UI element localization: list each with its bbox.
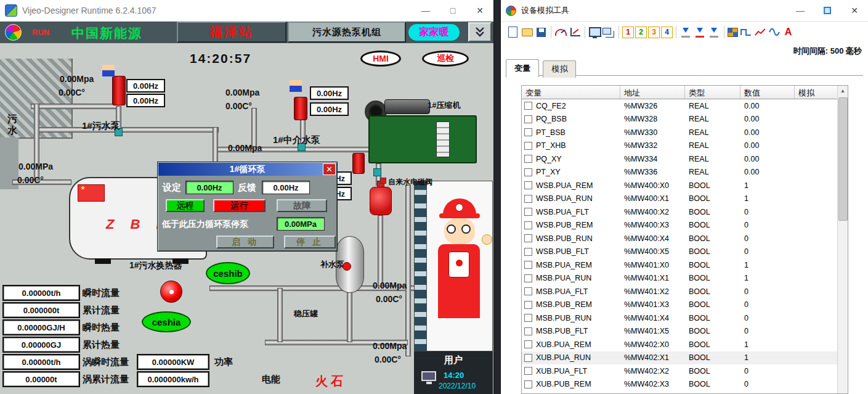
table-row[interactable]: MSB.PUB_RUN %MW401:X4 BOOL 0	[522, 311, 838, 325]
table-row[interactable]: WSB.PUB_RUN %MW400:X4 BOOL 0	[522, 232, 838, 245]
row-checkbox[interactable]	[524, 181, 532, 189]
row-checkbox[interactable]	[524, 115, 532, 123]
unit-button[interactable]: 污水源热泵机组	[288, 22, 406, 43]
download-icon[interactable]	[694, 26, 707, 39]
column-header-sim[interactable]: 模拟	[795, 86, 838, 99]
scrollbar-thumb[interactable]	[838, 97, 848, 221]
table-row[interactable]: PT_XHB %MW332 REAL 0.00	[522, 139, 838, 153]
patrol-button[interactable]: 巡检	[422, 51, 469, 67]
row-checkbox[interactable]	[524, 168, 532, 176]
download-icon[interactable]	[708, 26, 721, 39]
page-3-button[interactable]: 3	[648, 27, 660, 38]
table-row[interactable]: XUB.PUA_FLT %MW402:X2 BOOL 0	[522, 364, 838, 378]
minimize-icon[interactable]: —	[787, 0, 814, 21]
table-row[interactable]: MSB.PUB_FLT %MW401:X5 BOOL 0	[522, 325, 838, 339]
gauge-icon[interactable]	[554, 26, 567, 39]
maximize-icon[interactable]	[814, 0, 841, 21]
expand-menu-button[interactable]	[468, 22, 492, 42]
table-row[interactable]: XUB.PUB_RUN %MW402:X4 BOOL 0	[522, 391, 838, 393]
open-file-icon[interactable]	[521, 26, 533, 39]
table-row[interactable]: WSB.PUA_FLT %MW400:X2 BOOL 0	[522, 205, 838, 219]
table-row[interactable]: MSB.PUA_RUN %MW401:X1 BOOL 1	[522, 272, 838, 285]
step-wave-icon[interactable]	[739, 26, 752, 39]
row-checkbox[interactable]	[524, 128, 532, 136]
close-icon[interactable]: ✕	[466, 0, 493, 21]
table-row[interactable]: MSB.PUA_FLT %MW401:X2 BOOL 0	[522, 285, 838, 298]
row-checkbox[interactable]	[524, 301, 532, 309]
ceshib-tag[interactable]: ceshib	[206, 262, 250, 284]
table-row[interactable]: XUB.PUA_RUN %MW402:X1 BOOL 1	[522, 351, 838, 365]
table-row[interactable]: PT_BSB %MW330 REAL 0.00	[522, 126, 838, 139]
row-checkbox[interactable]	[524, 234, 532, 242]
trend-icon[interactable]	[753, 26, 766, 39]
minimize-icon[interactable]: —	[412, 0, 439, 21]
tab-simulation[interactable]: 模拟	[543, 60, 576, 78]
row-checkbox[interactable]	[524, 274, 532, 282]
tab-variables[interactable]: 变量	[506, 59, 539, 78]
column-header-type[interactable]: 类型	[685, 86, 740, 99]
makeup-pump-graphic[interactable]	[343, 262, 351, 271]
row-checkbox[interactable]	[524, 142, 532, 150]
new-file-icon[interactable]	[506, 26, 519, 39]
compressor-graphic[interactable]	[365, 96, 479, 168]
dialog-title[interactable]: 1#循环泵	[158, 163, 336, 176]
column-header-value[interactable]: 数值	[740, 86, 795, 99]
valve-icon[interactable]	[373, 168, 381, 176]
dialog-close-icon[interactable]: ✕	[323, 163, 336, 175]
table-row[interactable]: WSB.PUB_REM %MW400:X3 BOOL 0	[522, 219, 838, 232]
vertical-scrollbar[interactable]: ▲	[837, 86, 848, 393]
fault-button[interactable]: 故障	[277, 199, 327, 212]
row-checkbox[interactable]	[524, 261, 532, 269]
start-button[interactable]: 启 动	[216, 236, 274, 248]
save-icon[interactable]	[535, 26, 548, 39]
maximize-icon[interactable]: □	[439, 0, 466, 21]
chart-icon[interactable]	[569, 26, 582, 39]
column-header-address[interactable]: 地址	[620, 86, 685, 99]
row-checkbox[interactable]	[524, 221, 532, 229]
table-row[interactable]: MSB.PUA_REM %MW401:X0 BOOL 1	[522, 258, 838, 272]
setpoint-field[interactable]: 0.00Hz	[185, 181, 233, 194]
table-row[interactable]: CQ_FE2 %MW326 REAL 0.00	[522, 99, 838, 113]
row-checkbox[interactable]	[524, 367, 532, 375]
table-row[interactable]: XUB.PUA_REM %MW402:X0 BOOL 1	[522, 338, 838, 351]
run-button[interactable]: 运行	[213, 199, 266, 212]
table-row[interactable]: PT_XY %MW336 REAL 0.00	[522, 166, 838, 179]
row-checkbox[interactable]	[524, 102, 532, 110]
hmi-button[interactable]: HMI	[360, 51, 401, 67]
row-checkbox[interactable]	[524, 287, 532, 295]
grid-view-icon[interactable]	[728, 28, 738, 37]
page-1-button[interactable]: 1	[622, 27, 634, 38]
computer-icon[interactable]	[421, 371, 436, 381]
close-icon[interactable]: ✕	[841, 0, 868, 21]
row-checkbox[interactable]	[524, 354, 532, 362]
table-row[interactable]: MSB.PUB_REM %MW401:X3 BOOL 0	[522, 298, 838, 312]
row-checkbox[interactable]	[524, 380, 532, 388]
table-row[interactable]: WSB.PUA_RUN %MW400:X1 BOOL 1	[522, 192, 838, 206]
remote-button[interactable]: 远程	[166, 199, 205, 212]
circulation-pump-graphic[interactable]	[352, 153, 365, 174]
row-checkbox[interactable]	[524, 208, 532, 216]
stop-button[interactable]: 停 止	[284, 236, 336, 248]
table-row[interactable]: WSB.PUB_FLT %MW400:X5 BOOL 0	[522, 245, 838, 259]
table-row[interactable]: PQ_BSB %MW328 REAL 0.00	[522, 113, 838, 126]
low-pressure-field[interactable]: 0.00MPa	[277, 217, 325, 231]
row-checkbox[interactable]	[524, 314, 532, 322]
intermediate-pump-graphic[interactable]	[294, 97, 307, 120]
text-format-icon[interactable]: A	[782, 26, 795, 39]
row-checkbox[interactable]	[524, 340, 532, 348]
download-icon[interactable]	[679, 26, 692, 39]
scroll-up-icon[interactable]: ▲	[838, 86, 848, 96]
page-2-button[interactable]: 2	[635, 27, 647, 38]
page-4-button[interactable]: 4	[661, 27, 673, 38]
station-button[interactable]: 福泽站	[177, 22, 286, 43]
row-checkbox[interactable]	[524, 195, 532, 203]
table-row[interactable]: WSB.PUA_REM %MW400:X0 BOOL 1	[522, 179, 838, 192]
ceshia-tag[interactable]: ceshia	[142, 311, 191, 332]
row-checkbox[interactable]	[524, 155, 532, 163]
sine-wave-icon[interactable]	[768, 26, 781, 39]
row-checkbox[interactable]	[524, 248, 532, 256]
brand-button[interactable]: 家家暖	[408, 24, 460, 41]
table-row[interactable]: PQ_XY %MW334 REAL 0.00	[522, 152, 838, 166]
tap-water-valve-icon[interactable]	[380, 178, 386, 184]
dual-monitor-icon[interactable]	[602, 26, 615, 39]
